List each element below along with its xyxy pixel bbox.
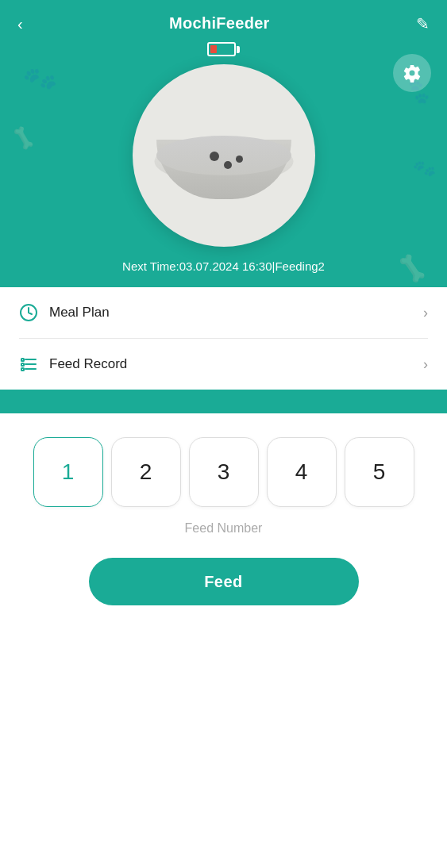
clock-icon xyxy=(19,303,38,322)
number-btn-3[interactable]: 3 xyxy=(189,437,259,507)
menu-section: Meal Plan › Feed Record › xyxy=(0,287,447,390)
edit-button[interactable]: ✎ xyxy=(416,16,430,32)
bowl-display xyxy=(0,64,447,247)
feed-button[interactable]: Feed xyxy=(89,558,359,605)
number-selector: 1 2 3 4 5 xyxy=(33,437,414,507)
settings-button[interactable] xyxy=(393,54,431,92)
svg-rect-4 xyxy=(21,359,24,361)
meal-plan-arrow: › xyxy=(423,305,428,321)
number-btn-1[interactable]: 1 xyxy=(33,437,103,507)
meal-plan-label: Meal Plan xyxy=(49,305,110,321)
bottom-section: 1 2 3 4 5 Feed Number Feed xyxy=(0,413,447,629)
list-icon xyxy=(19,355,38,374)
meal-plan-item[interactable]: Meal Plan › xyxy=(0,287,447,338)
back-button[interactable]: ‹ xyxy=(17,16,23,32)
battery-icon xyxy=(207,42,240,56)
feed-record-arrow: › xyxy=(423,356,428,373)
number-btn-2[interactable]: 2 xyxy=(111,437,181,507)
gear-icon xyxy=(403,63,422,83)
feed-record-label: Feed Record xyxy=(49,356,127,372)
number-btn-5[interactable]: 5 xyxy=(345,437,414,507)
battery-indicator xyxy=(0,42,447,56)
svg-rect-5 xyxy=(21,363,24,366)
next-feeding-time: Next Time:03.07.2024 16:30|Feeding2 xyxy=(0,259,447,273)
feed-record-item[interactable]: Feed Record › xyxy=(0,339,447,390)
svg-rect-6 xyxy=(21,368,24,371)
feed-number-label: Feed Number xyxy=(185,521,263,536)
number-btn-4[interactable]: 4 xyxy=(267,437,337,507)
page-title: MochiFeeder xyxy=(169,14,270,33)
header: ‹ MochiFeeder ✎ xyxy=(0,0,447,39)
